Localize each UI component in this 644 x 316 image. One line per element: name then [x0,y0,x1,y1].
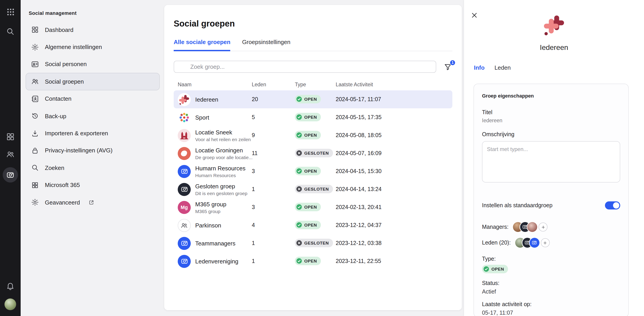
table-header: NaamLedenTypeLaatste Activiteit [174,79,452,90]
table-row[interactable]: Parkinson 4 OPEN 2023-12-12, 04:37 [174,216,452,234]
group-subtitle: Dit is een gesloten groep [195,190,247,196]
member-count: 3 [252,204,295,210]
sidebar-item-zoeken[interactable]: Zoeken [26,159,160,177]
detail-tabs: InfoLeden [464,64,644,76]
search-icon[interactable] [6,27,15,36]
group-avatar-logo [178,93,191,106]
omschrijving-textarea[interactable] [482,141,620,183]
managers-label: Managers: [482,224,508,230]
grid-icon [31,181,39,189]
sidebar-item-contacten[interactable]: Contacten [26,90,160,107]
group-name: Locatie Sneek [195,129,251,135]
sidebar: Social management Dashboard Algemene ins… [21,0,164,316]
main-tabs: Alle sociale groepenGroepsinstellingen [174,39,452,51]
table-row[interactable]: Mg M365 group M365 group 3 OPEN 2024-02-… [174,198,452,216]
search-box[interactable] [174,61,436,73]
leden-label: Leden (20): [482,240,511,246]
table-row[interactable]: Humarn Resources Humarn Resources 3 OPEN… [174,162,452,180]
group-name: Ledenvereniging [195,258,238,264]
sidebar-item-microsoft-365[interactable]: Microsoft 365 [26,177,160,194]
type-badge: OPEN [482,265,620,274]
sidebar-item-geavanceerd[interactable]: Geavanceerd [26,194,160,211]
member-count: 1 [252,240,295,246]
omschrijving-label: Omschrijving [482,131,620,137]
detail-tab-0[interactable]: Info [474,64,485,76]
cross-circle-icon [296,186,302,192]
check-circle-icon [296,132,302,138]
close-icon[interactable] [470,11,478,19]
table-row[interactable]: Locatie Groningen De groep voor alle loc… [174,144,452,162]
sidebar-item-privacy-instellingen-avg[interactable]: Privacy-instellingen (AVG) [26,142,160,159]
camera-icon-active[interactable] [3,167,18,183]
sidebar-item-social-personen[interactable]: Social personen [26,56,160,73]
last-activity: 2024-02-13, 20:41 [336,204,448,210]
page-title: Social groepen [174,19,452,29]
add-member-button[interactable] [541,238,550,247]
group-avatar-m365: Mg [178,201,191,214]
apps-grid-icon[interactable] [6,7,15,16]
group-name: Gesloten groep [195,183,247,190]
properties-card-title: Groep eigenschappen [482,93,620,98]
last-activity: 2024-05-15, 17:35 [336,114,448,120]
gear-icon [31,43,39,51]
main-tab-1[interactable]: Groepsinstellingen [242,39,290,51]
member-count: 3 [252,168,295,175]
detail-tab-1[interactable]: Leden [494,64,511,76]
check-circle-icon [296,168,302,174]
filter-button[interactable]: 1 [444,62,452,71]
table-row[interactable]: Sport 5 OPEN 2024-05-15, 17:35 [174,108,452,126]
group-name: Locatie Groningen [195,147,253,153]
status-value: Actief [482,288,620,295]
search-icon [178,63,187,70]
default-group-toggle[interactable] [605,201,620,210]
group-name: Parkinson [195,222,221,229]
app-rail [0,0,21,316]
column-header: Naam [178,82,252,87]
sidebar-item-dashboard[interactable]: Dashboard [26,21,160,38]
sidebar-item-importeren-exporteren[interactable]: Importeren & exporteren [26,125,160,142]
table-row[interactable]: Locatie Sneek Voor al het reilen en zeil… [174,126,452,144]
history-icon [31,112,39,120]
type-badge-open: OPEN [295,203,321,211]
member-count: 1 [252,258,295,264]
group-avatar-sneek [178,129,191,142]
sidebar-item-algemene-instellingen[interactable]: Algemene instellingen [26,38,160,56]
search-input[interactable] [190,63,431,70]
type-label: Type: [482,256,620,262]
group-name: Teammanagers [195,240,236,247]
last-activity: 2024-05-07, 16:09 [336,150,448,156]
check-circle-icon [296,222,302,228]
type-badge-open: OPEN [295,95,321,103]
group-avatar-dark [178,183,191,196]
group-name: Sport [195,114,209,121]
last-activity: 2024-05-08, 18:05 [336,132,448,138]
group-avatar-default [178,165,191,178]
last-activity-label: Laatste activiteit op: [482,301,620,307]
user-avatar[interactable] [4,298,16,310]
check-circle-icon [296,204,302,210]
group-logo [541,12,567,38]
rail-middle-group [0,132,21,183]
rail-bottom-group [0,281,21,310]
sidebar-item-social-groepen[interactable]: Social groepen [26,73,160,90]
managers-row: Managers: [482,222,620,232]
bell-icon[interactable] [6,281,15,290]
search-icon [31,164,39,172]
modules-grid-icon[interactable] [6,132,15,141]
table-row[interactable]: Gesloten groep Dit is een gesloten groep… [174,180,452,198]
check-circle-icon [296,96,302,102]
table-row[interactable]: Teammanagers 1 GESLOTEN 2023-12-12, 03:3… [174,234,452,252]
gear-icon [31,198,39,206]
sidebar-item-back-up[interactable]: Back-up [26,107,160,125]
member-count: 9 [252,132,295,138]
group-avatar-default [178,237,191,250]
type-badge-gesloten: GESLOTEN [295,149,333,157]
add-manager-button[interactable] [538,223,548,232]
main-tab-0[interactable]: Alle sociale groepen [174,39,230,51]
rail-top-group [0,7,21,36]
table-row[interactable]: Ledenvereniging 1 OPEN 2023-12-11, 22:55 [174,252,452,270]
type-badge-open: OPEN [482,265,508,273]
leden-row: Leden (20): [482,238,620,248]
table-row[interactable]: Iedereen 20 OPEN 2024-05-17, 11:07 [174,90,452,108]
people-icon[interactable] [6,150,15,159]
